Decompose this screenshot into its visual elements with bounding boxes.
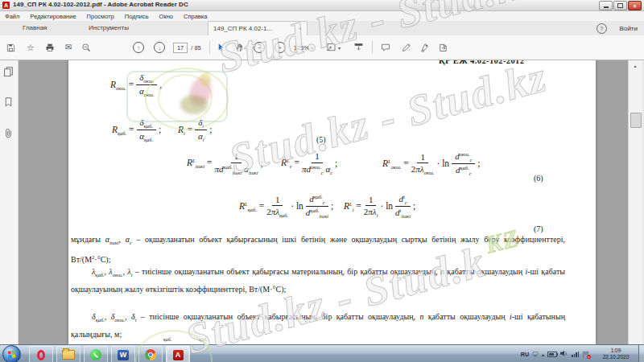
- paragraph-lambda: λқаб., λокш., λi – тиісінше оқшауланатын…: [71, 265, 565, 297]
- zoom-out-icon[interactable]: −: [254, 42, 265, 53]
- equation-number-6: (6): [534, 174, 543, 183]
- system-tray: RU ▴ ×: [521, 345, 590, 362]
- close-button[interactable]: ×: [628, 1, 642, 10]
- formula-rl-oksh: RLокш. = 12πλокш. · ln dокш.сdқаб.с ;: [382, 151, 481, 176]
- action-center-flag-icon[interactable]: ×: [582, 351, 590, 358]
- hand-tool-icon[interactable]: [235, 41, 245, 54]
- tray-date: 22.10.2020: [603, 354, 630, 360]
- formula-rl-c: RLс = 1πdокш.с αс ;: [281, 151, 337, 175]
- paragraph-delta: δқаб., δокш., δi – тиісінше оқшауланатын…: [71, 310, 565, 342]
- show-desktop-button[interactable]: [638, 345, 644, 362]
- language-indicator[interactable]: RU: [521, 352, 529, 357]
- taskbar-word-button[interactable]: W: [111, 346, 135, 362]
- page-thumbnails-icon[interactable]: [3, 66, 14, 80]
- chrome-icon: [145, 349, 156, 360]
- zoom-in-icon[interactable]: +: [275, 42, 286, 53]
- formula-rl-i: RLi = 12πλi · ln diсdiішкі ;: [344, 194, 415, 219]
- minimize-button[interactable]: [599, 1, 613, 10]
- print-icon[interactable]: [45, 41, 55, 54]
- acrobat-icon: A: [173, 350, 184, 360]
- taskbar-explorer-button[interactable]: [56, 346, 80, 362]
- sign-in-button[interactable]: Войти: [620, 25, 638, 32]
- formula-rl-kab: RLқаб. = 12πλқаб. · ln dқаб.сdқаб.ішкі ;: [239, 194, 333, 219]
- folder-icon: [62, 350, 75, 360]
- page-header: ҚР ЕЖ 4.02-102-2012: [439, 60, 524, 65]
- word-icon: W: [118, 350, 129, 360]
- fill-sign-icon[interactable]: [419, 41, 430, 54]
- pencil-edit-icon[interactable]: [402, 41, 411, 54]
- next-page-icon[interactable]: ↓: [154, 42, 165, 53]
- tab-bar: Главная Инструменты 149_СП РК 4.02-1... …: [0, 21, 644, 36]
- title-bar[interactable]: A 149_СП РК 4.02-102-2012.pdf - Adobe Ac…: [0, 0, 644, 11]
- tray-time: 1:09: [611, 348, 621, 354]
- scroll-up-arrow-icon[interactable]: ▴: [629, 61, 642, 71]
- menu-view[interactable]: Просмотр: [87, 13, 114, 20]
- volume-icon[interactable]: [560, 350, 568, 358]
- show-hidden-icons[interactable]: ▴: [542, 352, 544, 357]
- paragraph-alpha: мұндағы αішкі, αс – оқшауланатын объект …: [71, 232, 565, 267]
- menu-help[interactable]: Справка: [184, 13, 207, 20]
- document-page: ҚР ЕЖ 4.02-102-2012 Rокш. = δокш.αокш. ,…: [68, 60, 596, 344]
- page-number-input[interactable]: 17: [173, 43, 188, 53]
- email-icon[interactable]: ✉: [65, 41, 72, 54]
- attachments-icon[interactable]: [3, 127, 14, 142]
- taskbar-chrome-button[interactable]: [138, 346, 163, 362]
- taskbar-opera-button[interactable]: [29, 346, 53, 362]
- windows-logo-icon: [8, 351, 16, 359]
- taskbar-acrobat-button[interactable]: A: [166, 346, 190, 362]
- zoom-level-value[interactable]: 125%: [294, 44, 309, 51]
- signin-area: ? Войти: [597, 23, 638, 34]
- formula-r-kab: Rқаб. = δқаб.αқаб. ;: [112, 117, 161, 142]
- error-badge: ×: [587, 355, 591, 359]
- network-signal-icon[interactable]: [572, 352, 579, 357]
- tab-document-label: 149_СП РК 4.02-1...: [213, 25, 272, 32]
- tab-document[interactable]: 149_СП РК 4.02-1... ×: [208, 21, 308, 35]
- opera-icon: [37, 350, 45, 360]
- menu-window[interactable]: Окно: [159, 13, 173, 20]
- select-tool-icon[interactable]: [217, 41, 225, 54]
- window-controls: ×: [599, 1, 642, 10]
- page-total-label: / 85: [191, 44, 201, 51]
- page-fit-icon[interactable]: [326, 41, 336, 54]
- page-fit-caret-icon[interactable]: ▾: [338, 45, 341, 51]
- formula-rl-ishki: RLішкі = 1πdқаб.ішкі αішкі ;: [187, 151, 263, 175]
- left-panel-rail: [0, 60, 19, 344]
- start-button[interactable]: [2, 345, 21, 362]
- star-icon[interactable]: ☆: [27, 41, 35, 54]
- send-share-icon[interactable]: [438, 41, 448, 54]
- tab-home[interactable]: Главная: [23, 24, 47, 31]
- menu-sign[interactable]: Подпись: [125, 13, 149, 20]
- vertical-scrollbar[interactable]: ▴: [628, 60, 642, 344]
- acrobat-window: A 149_СП РК 4.02-102-2012.pdf - Adobe Ac…: [0, 0, 644, 362]
- taskbar: W A RU ▴ × 1:09 22.10.2020: [0, 344, 644, 362]
- scrollbar-thumb[interactable]: [630, 113, 642, 128]
- formula-r-oksh: Rокш. = δокш.αокш. ,: [110, 72, 162, 97]
- bookmarks-icon[interactable]: [3, 97, 14, 111]
- whatsapp-icon: [90, 349, 101, 360]
- tab-tools[interactable]: Инструменты: [89, 24, 129, 31]
- search-icon[interactable]: [81, 41, 91, 54]
- save-icon[interactable]: [6, 41, 15, 54]
- taskbar-whatsapp-button[interactable]: [84, 346, 108, 362]
- battery-icon[interactable]: [547, 352, 557, 357]
- tab-close-icon[interactable]: ×: [298, 25, 302, 32]
- comment-icon[interactable]: [381, 41, 390, 54]
- zoom-caret-icon[interactable]: ▾: [311, 45, 313, 51]
- cutoff-formula-fragment: қаб.қаб.: [163, 337, 235, 342]
- input-method-icon[interactable]: [532, 351, 539, 358]
- window-title: 149_СП РК 4.02-102-2012.pdf - Adobe Acro…: [13, 1, 188, 8]
- menu-file[interactable]: Файл: [5, 13, 19, 20]
- reading-mode-icon[interactable]: [353, 41, 364, 54]
- acrobat-app-icon: A: [2, 2, 10, 9]
- previous-page-icon[interactable]: ↑: [133, 42, 144, 53]
- main-toolbar: ☆ ✉ ↑ ↓ 17 / 85 − + 125% ▾ ▾: [0, 35, 644, 60]
- help-icon[interactable]: ?: [597, 23, 607, 34]
- taskbar-clock[interactable]: 1:09 22.10.2020: [595, 346, 637, 362]
- menu-edit[interactable]: Редактирование: [30, 13, 76, 20]
- formula-r-i: Ri = δiαi ;: [178, 117, 212, 142]
- restore-button[interactable]: [613, 1, 627, 10]
- equation-number-5: (5): [316, 135, 326, 144]
- menu-bar: Файл Редактирование Просмотр Подпись Окн…: [0, 11, 644, 21]
